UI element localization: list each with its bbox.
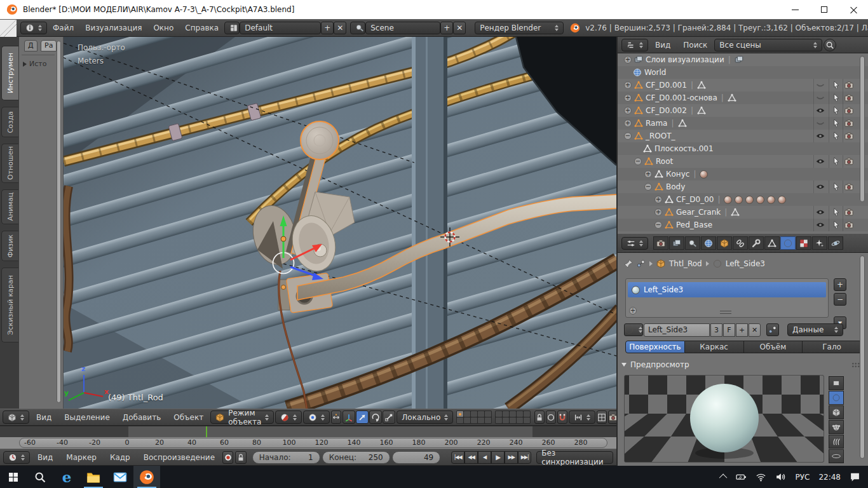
layer-toggle[interactable] — [464, 417, 470, 423]
expand-icon[interactable]: + — [624, 56, 632, 64]
layer-toggle[interactable] — [485, 411, 491, 417]
layer-toggle[interactable] — [510, 411, 516, 417]
layer-toggle[interactable] — [496, 417, 502, 423]
layer-toggle[interactable] — [478, 417, 484, 423]
action-center-button[interactable] — [850, 471, 860, 482]
visibility-eye-open-toggle[interactable] — [816, 157, 825, 166]
taskbar-search-button[interactable] — [27, 466, 53, 488]
tray-volume-button[interactable] — [775, 471, 786, 482]
render-engine-selector[interactable]: Рендер Blender — [475, 22, 564, 34]
screen-layout-browse-button[interactable] — [224, 22, 240, 34]
layer-toggle[interactable] — [457, 411, 463, 417]
menu-help[interactable]: Справка — [179, 20, 224, 36]
collapse-icon[interactable]: − — [644, 183, 652, 191]
editor-type-selector-3dview[interactable] — [3, 410, 29, 424]
layer-toggle[interactable] — [485, 417, 491, 423]
nodes-icon[interactable] — [637, 259, 646, 268]
properties-tab-render-layers[interactable] — [669, 236, 684, 250]
editor-type-selector-properties[interactable] — [621, 237, 648, 250]
timeline-menu-view[interactable]: Вид — [32, 449, 58, 466]
preview-sphere-button[interactable] — [829, 391, 844, 405]
selectability-cursor-toggle[interactable] — [832, 119, 841, 128]
transform-orientation-selector[interactable]: Локально — [397, 410, 453, 424]
sync-mode-selector[interactable]: Без синхронизации — [536, 451, 613, 464]
browse-material-button[interactable] — [624, 323, 643, 336]
current-frame-marker[interactable] — [206, 426, 207, 438]
editor-type-selector-timeline[interactable] — [3, 451, 30, 464]
interaction-mode-selector[interactable]: Режим объекта — [210, 410, 274, 424]
outliner-row[interactable]: +CF_D0.001-основа| — [618, 92, 868, 104]
frame-end-field[interactable]: Конец: 250 — [322, 451, 390, 464]
fake-user-button[interactable]: F — [723, 323, 735, 337]
renderability-camera-toggle[interactable] — [844, 220, 853, 229]
expand-icon[interactable]: + — [624, 119, 632, 127]
viewport-shading-selector[interactable] — [275, 410, 302, 424]
scene-field[interactable]: Scene — [365, 22, 440, 34]
properties-tab-material[interactable] — [780, 236, 796, 250]
breadcrumb-object[interactable]: Thtl_Rod — [669, 259, 702, 268]
clock[interactable]: 22:48 — [818, 473, 841, 482]
preview-panel-header[interactable]: Предпросмотр — [621, 358, 863, 371]
layer-toggle[interactable] — [503, 417, 509, 423]
keying-lock-toggle[interactable] — [235, 451, 246, 464]
outliner-row[interactable]: +Rama| — [618, 117, 868, 130]
unlink-material-button[interactable]: ✕ — [749, 323, 761, 337]
toolshelf-category-tab-4[interactable]: Анимац — [1, 189, 18, 224]
visibility-eye-closed-toggle[interactable] — [816, 93, 825, 102]
menu-window[interactable]: Окно — [147, 20, 179, 36]
viewport-menu-select[interactable]: Выделение — [58, 409, 115, 426]
opengl-render-button[interactable] — [597, 410, 607, 424]
preview-cube-button[interactable] — [829, 405, 844, 419]
manipulate-center-points-toggle[interactable] — [331, 410, 341, 424]
outliner-row[interactable]: +Слои визуализации| — [618, 53, 868, 66]
preview-hair-button[interactable] — [829, 435, 844, 449]
use-nodes-button[interactable] — [766, 323, 779, 336]
layer-toggle[interactable] — [524, 417, 530, 423]
selectability-cursor-toggle[interactable] — [832, 220, 841, 229]
next-keyframe-button[interactable]: ▶▶ — [505, 451, 518, 464]
outliner-row[interactable]: World — [618, 66, 868, 79]
preview-world-button[interactable] — [829, 449, 844, 463]
shelf-tab-1[interactable]: Д — [24, 40, 37, 51]
material-slot-selected[interactable]: Left_Side3 — [628, 282, 826, 297]
outliner-row[interactable]: −Root — [618, 155, 868, 168]
preview-flat-button[interactable] — [829, 376, 844, 390]
add-material-slot-button[interactable]: + — [834, 278, 846, 291]
visibility-eye-closed-toggle[interactable] — [816, 119, 825, 128]
layer-toggle[interactable] — [471, 417, 477, 423]
expand-icon[interactable]: + — [654, 196, 662, 203]
outliner-row[interactable]: Плоскость.001 — [618, 142, 868, 155]
selectability-cursor-toggle[interactable] — [832, 93, 841, 102]
taskbar-blender-button[interactable] — [133, 466, 160, 488]
start-button[interactable] — [0, 466, 27, 488]
outliner-row[interactable]: +CF_D0_00| — [618, 193, 868, 206]
properties-tab-physics[interactable] — [828, 236, 843, 250]
visibility-eye-closed-toggle[interactable] — [816, 81, 825, 90]
timeline-frame-scale[interactable]: -60-40-200204060801001201401601802002202… — [0, 437, 616, 449]
selectability-cursor-toggle[interactable] — [832, 132, 841, 140]
manipulator-rotate-toggle[interactable] — [369, 410, 382, 424]
renderability-camera-toggle[interactable] — [844, 81, 853, 90]
taskbar-explorer-button[interactable] — [80, 466, 107, 488]
renderability-camera-toggle[interactable] — [844, 132, 853, 140]
scene-add-button[interactable]: + — [440, 22, 453, 34]
viewport-menu-view[interactable]: Вид — [31, 409, 57, 426]
layer-toggle[interactable] — [478, 411, 484, 417]
selectability-cursor-toggle[interactable] — [832, 157, 841, 166]
preview-monkey-button[interactable] — [829, 420, 844, 434]
manipulator-translate-toggle[interactable] — [356, 410, 369, 424]
properties-scrollbar[interactable] — [860, 255, 865, 459]
play-button[interactable]: ▶ — [491, 451, 505, 464]
expand-icon[interactable]: + — [624, 81, 632, 89]
properties-tab-modifiers[interactable] — [749, 236, 764, 250]
layer-toggle[interactable] — [471, 411, 477, 417]
properties-tab-world[interactable] — [701, 236, 716, 250]
properties-tab-constraints[interactable] — [733, 236, 748, 250]
snap-element-selector[interactable] — [569, 410, 595, 424]
visibility-eye-open-toggle[interactable] — [816, 220, 825, 229]
layer-toggle[interactable] — [517, 411, 523, 417]
manipulator-scale-toggle[interactable] — [383, 410, 395, 424]
visibility-eye-open-toggle[interactable] — [816, 208, 825, 217]
outliner-scrollbar[interactable] — [860, 56, 865, 202]
visibility-eye-open-toggle[interactable] — [816, 182, 825, 191]
